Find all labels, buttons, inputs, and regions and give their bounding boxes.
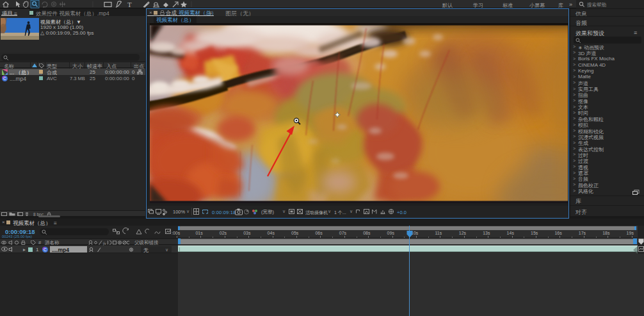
- svg-text:C: C: [3, 76, 6, 81]
- svg-text:fx: fx: [103, 240, 106, 245]
- svg-text:C: C: [44, 247, 47, 252]
- svg-text:T: T: [127, 1, 132, 8]
